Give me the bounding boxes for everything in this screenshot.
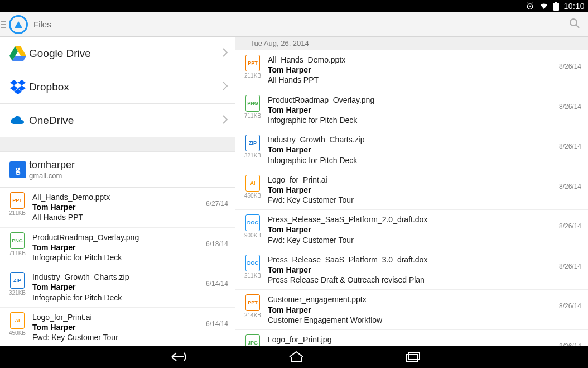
file-size: 211KB [241, 73, 264, 79]
file-row[interactable]: PPT214KBCustomer_engagement.pptxTom Harp… [235, 290, 588, 330]
provider-onedrive[interactable]: OneDrive [0, 104, 235, 137]
file-desc: All Hands PPT [32, 212, 195, 222]
file-desc: Infographic for Pitch Deck [32, 252, 195, 262]
ai-file-icon: AI [245, 175, 260, 192]
file-name: Customer_engagement.pptx [268, 294, 548, 304]
file-owner: Tom Harper [268, 185, 548, 195]
file-date: 8/26/14 [548, 255, 581, 270]
google-account-icon: g [9, 161, 26, 178]
alarm-icon [526, 2, 534, 11]
file-size: 214KB [241, 312, 264, 318]
file-name: All_Hands_Demo.pptx [32, 192, 195, 202]
file-desc: Fwd: Key Customer Tour [268, 235, 548, 245]
file-row[interactable]: PNG711KBProductRoadmap_Overlay.pngTom Ha… [0, 228, 235, 268]
file-date: 8/26/14 [548, 135, 581, 150]
file-size: 711KB [6, 250, 29, 256]
right-pane: Tue Aug, 26, 2014 PPT211KBAll_Hands_Demo… [235, 37, 588, 346]
app-logo-icon[interactable] [9, 15, 28, 34]
file-owner: Tom Harper [32, 242, 195, 252]
file-size: 711KB [241, 113, 264, 119]
nav-recent-icon[interactable] [405, 351, 421, 362]
file-owner: Tom Harper [32, 282, 195, 292]
jpg-file-icon: JPG [245, 334, 260, 346]
file-name: All_Hands_Demo.pptx [268, 55, 548, 65]
account-domain: gmail.com [29, 171, 228, 180]
file-size: 321KB [241, 152, 264, 159]
file-name: Industry_Growth_Charts.zip [268, 135, 548, 145]
file-owner: Tom Harper [268, 145, 548, 155]
file-desc: Infographic for Pitch Deck [268, 115, 548, 125]
file-size: 211KB [241, 273, 264, 279]
file-owner: Tom Harper [268, 305, 548, 315]
file-owner: Tom Harper [268, 265, 548, 275]
file-row[interactable]: ZIP321KBIndustry_Growth_Charts.zipTom Ha… [0, 267, 235, 308]
file-owner: Tom Harper [32, 202, 195, 212]
file-desc: Infographic for Pitch Deck [268, 155, 548, 165]
file-owner: Tom Harper [268, 224, 548, 235]
file-row[interactable]: ZIP321KBIndustry_Growth_Charts.zipTom Ha… [235, 130, 588, 170]
file-date: 8/26/14 [548, 175, 581, 190]
provider-dropbox[interactable]: Dropbox [0, 70, 235, 104]
file-desc: Infographic for Pitch Deck [32, 293, 195, 303]
ppt-file-icon: PPT [245, 55, 260, 71]
file-row[interactable]: PPT211KBAll_Hands_Demo.pptxTom HarperAll… [235, 50, 588, 90]
file-row[interactable]: PNG711KBProductRoadmap_Overlay.pngTom Ha… [235, 90, 588, 131]
svg-marker-8 [18, 80, 26, 85]
file-row[interactable]: DOC900KBPress_Release_SaaS_Platform_2.0_… [235, 210, 588, 250]
date-section-header: Tue Aug, 26, 2014 [235, 37, 588, 50]
file-size: 211KB [6, 210, 29, 216]
dropbox-icon [7, 80, 29, 94]
file-name: Press_Release_SaaS_Platform_3.0_draft.do… [268, 255, 548, 265]
file-name: ProductRoadmap_Overlay.png [32, 232, 195, 242]
svg-marker-7 [10, 80, 18, 85]
file-row[interactable]: JPG987KBLogo_for_Print.jpgTom HarperFwd:… [235, 330, 588, 346]
doc-file-icon: DOC [245, 214, 260, 231]
provider-label: OneDrive [29, 114, 221, 127]
file-desc: Fwd: Key Customer Tour [32, 332, 195, 342]
app-title: Files [33, 20, 51, 29]
file-date: 8/26/14 [548, 95, 581, 111]
file-size: 450KB [241, 193, 264, 199]
file-date: 8/26/14 [548, 334, 581, 346]
app-bar: Files [0, 12, 588, 37]
ppt-file-icon: PPT [10, 192, 25, 209]
provider-label: Dropbox [29, 81, 221, 93]
zip-file-icon: ZIP [245, 135, 260, 151]
file-size: 900KB [241, 232, 264, 238]
left-file-list: PPT211KBAll_Hands_Demo.pptxTom HarperAll… [0, 188, 235, 346]
status-time: 10:10 [563, 2, 585, 11]
file-date: 6/27/14 [195, 192, 228, 208]
menu-icon[interactable] [0, 12, 8, 37]
file-size: 450KB [6, 330, 29, 336]
file-owner: Tom Harper [268, 105, 548, 115]
provider-label: Google Drive [29, 47, 221, 60]
file-date: 8/26/14 [548, 55, 581, 70]
file-row[interactable]: DOC211KBPress_Release_SaaS_Platform_3.0_… [235, 250, 588, 290]
nav-back-icon[interactable] [167, 351, 187, 363]
onedrive-icon [7, 113, 29, 128]
divider-gap [0, 137, 235, 152]
file-row[interactable]: PPT211KBAll_Hands_Demo.pptxTom HarperAll… [0, 188, 235, 228]
file-name: Logo_for_Print.jpg [268, 334, 548, 345]
account-row[interactable]: g tomharper gmail.com [0, 152, 235, 188]
chevron-right-icon [221, 81, 228, 93]
file-name: Logo_for_Print.ai [268, 175, 548, 185]
file-date: 8/26/14 [548, 294, 581, 310]
file-name: Industry_Growth_Charts.zip [32, 272, 195, 282]
search-icon[interactable] [568, 17, 581, 32]
android-status-bar: 10:10 [0, 0, 588, 12]
chevron-right-icon [221, 47, 228, 60]
svg-point-3 [570, 19, 577, 26]
file-row[interactable]: AI450KBLogo_for_Print.aiTom HarperFwd: K… [235, 170, 588, 211]
file-desc: Customer Engagement Workflow [268, 315, 548, 325]
provider-google-drive[interactable]: Google Drive [0, 37, 235, 70]
wifi-icon [539, 2, 549, 11]
google-drive-icon [7, 46, 29, 61]
chevron-right-icon [221, 114, 228, 127]
nav-home-icon[interactable] [288, 351, 305, 363]
file-row[interactable]: AI450KBLogo_for_Print.aiTom HarperFwd: K… [0, 308, 235, 346]
file-date: 6/18/14 [195, 232, 228, 248]
file-owner: Tom Harper [32, 322, 195, 332]
svg-rect-2 [555, 2, 557, 3]
file-desc: All Hands PPT [268, 75, 548, 85]
